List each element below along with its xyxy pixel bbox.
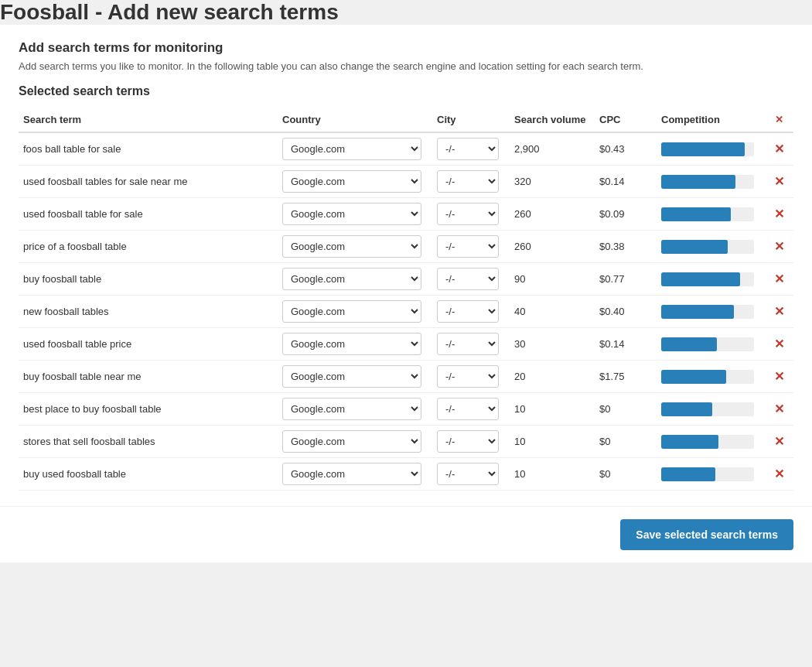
- remove-button[interactable]: ✕: [769, 205, 789, 223]
- remove-cell: ✕: [765, 328, 793, 361]
- competition-bar: [661, 240, 728, 254]
- volume-cell: 320: [510, 166, 595, 198]
- col-cpc: CPC: [595, 108, 657, 132]
- competition-bar-container: [661, 272, 754, 286]
- remove-cell: ✕: [765, 361, 793, 393]
- search-term-cell: buy foosball table: [19, 263, 278, 296]
- country-select[interactable]: Google.com: [282, 235, 421, 258]
- remove-button[interactable]: ✕: [769, 173, 789, 190]
- country-select[interactable]: Google.com: [282, 398, 421, 420]
- remove-button[interactable]: ✕: [769, 335, 789, 353]
- cpc-cell: $0.43: [595, 132, 657, 166]
- search-term-cell: buy used foosball table: [19, 458, 278, 491]
- city-cell: -/-: [432, 458, 510, 491]
- country-select[interactable]: Google.com: [282, 365, 421, 388]
- table-row: buy foosball table near meGoogle.com-/-2…: [19, 361, 793, 393]
- city-select[interactable]: -/-: [437, 268, 499, 290]
- search-term-cell: stores that sell foosball tables: [19, 426, 278, 458]
- footer-bar: Save selected search terms: [0, 506, 812, 563]
- competition-bar: [661, 272, 740, 286]
- search-term-cell: best place to buy foosball table: [19, 393, 278, 426]
- volume-cell: 90: [510, 263, 595, 296]
- search-terms-table: Search term Country City Search volume C…: [19, 108, 793, 491]
- remove-cell: ✕: [765, 263, 793, 296]
- search-term-cell: new foosball tables: [19, 296, 278, 328]
- country-cell: Google.com: [278, 296, 432, 328]
- competition-bar-container: [661, 142, 754, 156]
- country-cell: Google.com: [278, 393, 432, 426]
- volume-cell: 10: [510, 426, 595, 458]
- country-select[interactable]: Google.com: [282, 463, 421, 485]
- country-cell: Google.com: [278, 132, 432, 166]
- volume-cell: 10: [510, 393, 595, 426]
- cpc-cell: $0.77: [595, 263, 657, 296]
- search-term-cell: used foosball table price: [19, 328, 278, 361]
- remove-button[interactable]: ✕: [769, 368, 789, 385]
- col-search-volume: Search volume: [510, 108, 595, 132]
- city-select[interactable]: -/-: [437, 365, 499, 388]
- page-header: Foosball - Add new search terms: [0, 0, 812, 25]
- search-term-cell: used foosball table for sale: [19, 198, 278, 231]
- competition-cell: [657, 296, 765, 328]
- remove-button[interactable]: ✕: [769, 433, 789, 450]
- table-header-row: Search term Country City Search volume C…: [19, 108, 793, 132]
- cpc-cell: $0.40: [595, 296, 657, 328]
- competition-cell: [657, 393, 765, 426]
- volume-cell: 10: [510, 458, 595, 491]
- competition-cell: [657, 231, 765, 263]
- city-cell: -/-: [432, 132, 510, 166]
- country-select[interactable]: Google.com: [282, 430, 421, 453]
- city-cell: -/-: [432, 166, 510, 198]
- competition-bar: [661, 175, 735, 189]
- city-select[interactable]: -/-: [437, 170, 499, 193]
- cpc-cell: $0.09: [595, 198, 657, 231]
- remove-button[interactable]: ✕: [769, 465, 789, 483]
- country-select[interactable]: Google.com: [282, 300, 421, 323]
- city-cell: -/-: [432, 393, 510, 426]
- city-select[interactable]: -/-: [437, 235, 499, 258]
- competition-cell: [657, 426, 765, 458]
- remove-cell: ✕: [765, 458, 793, 491]
- country-cell: Google.com: [278, 426, 432, 458]
- remove-button[interactable]: ✕: [769, 270, 789, 288]
- col-country: Country: [278, 108, 432, 132]
- country-select[interactable]: Google.com: [282, 203, 421, 225]
- competition-bar-container: [661, 370, 754, 384]
- remove-button[interactable]: ✕: [769, 140, 789, 158]
- volume-cell: 260: [510, 198, 595, 231]
- competition-bar: [661, 337, 717, 351]
- competition-bar: [661, 207, 731, 221]
- cpc-cell: $0.14: [595, 328, 657, 361]
- country-select[interactable]: Google.com: [282, 138, 421, 160]
- city-select[interactable]: -/-: [437, 203, 499, 225]
- remove-button[interactable]: ✕: [769, 238, 789, 255]
- country-select[interactable]: Google.com: [282, 333, 421, 355]
- volume-cell: 260: [510, 231, 595, 263]
- remove-button[interactable]: ✕: [769, 303, 789, 320]
- remove-button[interactable]: ✕: [769, 400, 789, 418]
- city-select[interactable]: -/-: [437, 398, 499, 420]
- table-row: best place to buy foosball tableGoogle.c…: [19, 393, 793, 426]
- table-row: price of a foosball tableGoogle.com-/-26…: [19, 231, 793, 263]
- search-term-cell: price of a foosball table: [19, 231, 278, 263]
- competition-bar-container: [661, 402, 754, 416]
- country-select[interactable]: Google.com: [282, 268, 421, 290]
- competition-cell: [657, 198, 765, 231]
- cpc-cell: $0: [595, 458, 657, 491]
- city-select[interactable]: -/-: [437, 463, 499, 485]
- city-select[interactable]: -/-: [437, 333, 499, 355]
- competition-bar: [661, 305, 734, 319]
- country-select[interactable]: Google.com: [282, 170, 421, 193]
- city-select[interactable]: -/-: [437, 430, 499, 453]
- competition-bar-container: [661, 207, 754, 221]
- competition-bar: [661, 467, 715, 481]
- table-row: buy foosball tableGoogle.com-/-90$0.77✕: [19, 263, 793, 296]
- country-cell: Google.com: [278, 263, 432, 296]
- city-select[interactable]: -/-: [437, 138, 499, 160]
- table-row: used foosball table for saleGoogle.com-/…: [19, 198, 793, 231]
- col-city: City: [432, 108, 510, 132]
- competition-bar-container: [661, 240, 754, 254]
- country-cell: Google.com: [278, 361, 432, 393]
- city-select[interactable]: -/-: [437, 300, 499, 323]
- save-button[interactable]: Save selected search terms: [620, 519, 793, 550]
